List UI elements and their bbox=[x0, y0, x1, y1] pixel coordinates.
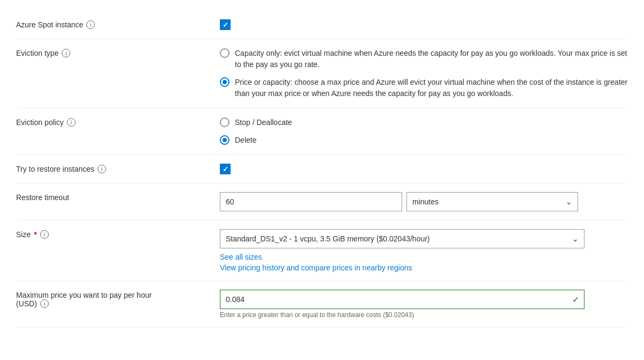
restore-timeout-label-text: Restore timeout bbox=[16, 193, 69, 202]
azure-spot-checkmark: ✓ bbox=[223, 21, 228, 28]
restore-timeout-label: Restore timeout bbox=[16, 192, 220, 202]
size-required-marker: * bbox=[34, 230, 36, 239]
size-row: Size * i Standard_DS1_v2 - 1 vcpu, 3.5 G… bbox=[16, 221, 628, 281]
eviction-type-control: Capacity only: evict virtual machine whe… bbox=[220, 48, 628, 99]
max-price-control: ✓ Enter a price greater than or equal to… bbox=[220, 290, 628, 319]
azure-spot-label: Azure Spot instance i bbox=[16, 19, 220, 29]
size-label: Size * i bbox=[16, 229, 220, 239]
azure-spot-row: Azure Spot instance i ✓ bbox=[16, 11, 628, 39]
size-selected-value: Standard_DS1_v2 - 1 vcpu, 3.5 GiB memory… bbox=[226, 234, 430, 243]
eviction-type-info-icon[interactable]: i bbox=[62, 49, 70, 57]
eviction-policy-stop-text: Stop / Deallocate bbox=[235, 117, 292, 128]
size-label-text: Size bbox=[16, 230, 31, 239]
restore-instances-row: Try to restore instances i ✓ bbox=[16, 155, 628, 183]
eviction-type-radio-group: Capacity only: evict virtual machine whe… bbox=[220, 48, 628, 99]
eviction-type-price-radio[interactable] bbox=[220, 77, 230, 87]
max-price-label-usd: (USD) bbox=[16, 299, 37, 308]
eviction-policy-delete[interactable]: Delete bbox=[220, 135, 628, 146]
restore-timeout-control: minutes ⌄ bbox=[220, 192, 628, 211]
eviction-policy-radio-group: Stop / Deallocate Delete bbox=[220, 117, 628, 146]
max-price-input-wrapper: ✓ bbox=[220, 290, 584, 309]
eviction-policy-info-icon[interactable]: i bbox=[67, 118, 76, 127]
eviction-type-label: Eviction type i bbox=[16, 48, 220, 57]
eviction-type-label-text: Eviction type bbox=[16, 49, 58, 57]
azure-spot-info-icon[interactable]: i bbox=[86, 20, 95, 29]
restore-timeout-unit-select[interactable]: minutes ⌄ bbox=[406, 192, 578, 211]
see-all-sizes-link[interactable]: See all sizes bbox=[220, 253, 628, 261]
size-control: Standard_DS1_v2 - 1 vcpu, 3.5 GiB memory… bbox=[220, 229, 628, 272]
eviction-type-capacity-text: Capacity only: evict virtual machine whe… bbox=[235, 48, 628, 70]
restore-instances-info-icon[interactable]: i bbox=[98, 165, 106, 173]
max-price-label-text: Maximum price you want to pay per hour bbox=[16, 291, 152, 299]
max-price-valid-icon: ✓ bbox=[572, 295, 579, 305]
restore-timeout-input-row: minutes ⌄ bbox=[220, 192, 628, 211]
view-pricing-link[interactable]: View pricing history and compare prices … bbox=[220, 263, 628, 272]
max-price-hint: Enter a price greater than or equal to t… bbox=[220, 311, 628, 319]
eviction-type-row: Eviction type i Capacity only: evict vir… bbox=[16, 39, 628, 108]
eviction-type-capacity-radio[interactable] bbox=[220, 48, 230, 58]
restore-instances-checkbox[interactable]: ✓ bbox=[220, 164, 231, 174]
eviction-policy-row: Eviction policy i Stop / Deallocate Dele… bbox=[16, 108, 628, 155]
restore-instances-label: Try to restore instances i bbox=[16, 164, 220, 173]
eviction-type-price-text: Price or capacity: choose a max price an… bbox=[235, 77, 628, 99]
eviction-policy-stop-deallocate[interactable]: Stop / Deallocate bbox=[220, 117, 628, 128]
eviction-policy-label-text: Eviction policy bbox=[16, 118, 64, 127]
azure-spot-checkbox[interactable]: ✓ bbox=[220, 19, 231, 30]
restore-timeout-chevron-icon: ⌄ bbox=[566, 197, 572, 206]
max-price-label-multiline: Maximum price you want to pay per hour (… bbox=[16, 291, 152, 308]
eviction-type-price-or-capacity[interactable]: Price or capacity: choose a max price an… bbox=[220, 77, 628, 99]
eviction-policy-label: Eviction policy i bbox=[16, 117, 220, 127]
restore-instances-label-text: Try to restore instances bbox=[16, 165, 94, 173]
restore-timeout-input[interactable] bbox=[220, 192, 402, 211]
restore-instances-control: ✓ bbox=[220, 164, 628, 174]
max-price-label-row1: Maximum price you want to pay per hour bbox=[16, 291, 152, 299]
eviction-policy-control: Stop / Deallocate Delete bbox=[220, 117, 628, 146]
eviction-policy-delete-radio[interactable] bbox=[220, 135, 230, 145]
eviction-policy-delete-text: Delete bbox=[235, 135, 256, 146]
restore-timeout-row: Restore timeout minutes ⌄ bbox=[16, 183, 628, 221]
size-chevron-icon: ⌄ bbox=[572, 234, 579, 243]
azure-spot-label-text: Azure Spot instance bbox=[16, 20, 83, 29]
max-price-info-icon[interactable]: i bbox=[40, 299, 49, 308]
size-dropdown[interactable]: Standard_DS1_v2 - 1 vcpu, 3.5 GiB memory… bbox=[220, 229, 584, 248]
size-links: See all sizes View pricing history and c… bbox=[220, 253, 628, 272]
restore-instances-checkmark: ✓ bbox=[223, 166, 228, 173]
max-price-input[interactable] bbox=[220, 290, 584, 309]
max-price-row: Maximum price you want to pay per hour (… bbox=[16, 281, 628, 328]
azure-spot-control: ✓ bbox=[220, 19, 628, 30]
max-price-label-row2: (USD) i bbox=[16, 299, 152, 308]
size-info-icon[interactable]: i bbox=[40, 230, 49, 239]
eviction-policy-stop-radio[interactable] bbox=[220, 117, 230, 127]
eviction-type-capacity-only[interactable]: Capacity only: evict virtual machine whe… bbox=[220, 48, 628, 70]
restore-timeout-unit-value: minutes bbox=[412, 197, 439, 206]
max-price-label: Maximum price you want to pay per hour (… bbox=[16, 290, 220, 308]
